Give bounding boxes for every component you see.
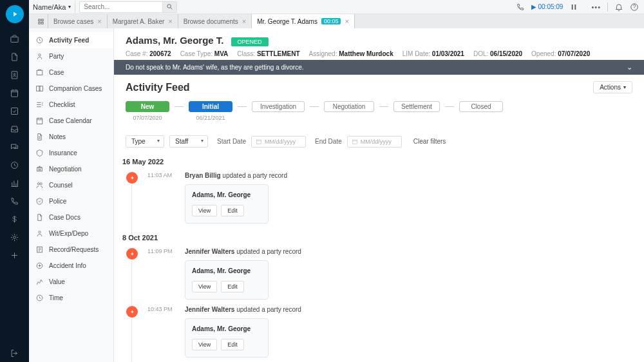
search-input[interactable] bbox=[79, 1, 163, 13]
stage-closed[interactable]: Closed bbox=[459, 101, 503, 112]
clear-filters[interactable]: Clear filters bbox=[413, 138, 446, 145]
feed-card: Adams, Mr. George View Edit bbox=[185, 260, 269, 300]
rail-calendar-icon[interactable] bbox=[0, 84, 29, 102]
svg-rect-18 bbox=[37, 119, 43, 124]
staff-select[interactable]: Staff bbox=[169, 135, 208, 148]
svg-point-7 bbox=[167, 5, 171, 8]
svg-rect-12 bbox=[41, 22, 43, 24]
stage-negotiation[interactable]: Negotiation bbox=[324, 101, 374, 112]
sidebar-item[interactable]: Insurance bbox=[29, 145, 113, 161]
sidebar-item[interactable]: Police bbox=[29, 193, 113, 209]
view-button[interactable]: View bbox=[192, 339, 217, 350]
timer-display: ▶ 00:05:09 bbox=[531, 3, 564, 10]
rail-phone-icon[interactable] bbox=[0, 192, 29, 210]
more-icon[interactable]: ••• bbox=[591, 3, 601, 11]
svg-point-22 bbox=[39, 231, 41, 233]
sidebar-item[interactable]: Case Calendar bbox=[29, 113, 113, 129]
pause-icon[interactable] bbox=[569, 3, 578, 12]
search-button[interactable] bbox=[163, 1, 177, 13]
svg-rect-4 bbox=[12, 108, 18, 114]
sidebar-item[interactable]: Wit/Exp/Depo bbox=[29, 225, 113, 242]
tab[interactable]: Browse documents× bbox=[178, 14, 252, 28]
tab-strip: Browse cases×Margaret A. Baker×Browse do… bbox=[29, 14, 644, 28]
sidebar-item[interactable]: Record/Requests bbox=[29, 242, 113, 258]
sidebar-item[interactable]: Notes bbox=[29, 129, 113, 145]
chevron-down-icon[interactable]: ⌄ bbox=[627, 63, 632, 71]
left-rail bbox=[0, 0, 29, 362]
tab[interactable]: Margaret A. Baker× bbox=[108, 14, 178, 28]
case-header: Adams, Mr. George T. OPENED Case #: 2006… bbox=[114, 28, 644, 60]
date-group: 16 May 2022 bbox=[122, 158, 632, 166]
close-icon[interactable]: × bbox=[97, 17, 101, 25]
rail-briefcase-icon[interactable] bbox=[0, 30, 29, 48]
view-button[interactable]: View bbox=[192, 281, 217, 292]
sidebar-item[interactable]: Party bbox=[29, 48, 113, 64]
rail-chart-icon[interactable] bbox=[0, 174, 29, 192]
tab-grid-icon[interactable] bbox=[34, 14, 48, 28]
phone-icon[interactable] bbox=[516, 3, 525, 12]
avatar: ✦ bbox=[126, 172, 138, 184]
rail-chat-icon[interactable] bbox=[0, 138, 29, 156]
rail-contact-icon[interactable] bbox=[0, 66, 29, 84]
feed-card: Adams, Mr. George View Edit bbox=[185, 318, 269, 357]
topbar: Name/Aka ▾ ▶ 00:05:09 ••• bbox=[29, 0, 644, 14]
edit-button[interactable]: Edit bbox=[221, 281, 244, 292]
close-icon[interactable]: × bbox=[168, 17, 172, 25]
help-icon[interactable] bbox=[630, 3, 639, 12]
view-button[interactable]: View bbox=[192, 205, 217, 216]
edit-button[interactable]: Edit bbox=[221, 205, 244, 216]
rail-inbox-icon[interactable] bbox=[0, 120, 29, 138]
name-filter-dropdown[interactable]: Name/Aka ▾ bbox=[29, 1, 75, 14]
stage-settlement[interactable]: Settlement bbox=[393, 101, 440, 112]
actions-button[interactable]: Actions ▾ bbox=[593, 81, 632, 93]
sidebar-item[interactable]: Case Docs bbox=[29, 209, 113, 225]
rail-logout-icon[interactable] bbox=[0, 344, 29, 362]
svg-rect-15 bbox=[37, 70, 43, 75]
rail-check-icon[interactable] bbox=[0, 102, 29, 120]
svg-rect-3 bbox=[12, 90, 18, 97]
end-date-input[interactable]: MM/dd/yyyy bbox=[347, 136, 402, 148]
avatar: ✦ bbox=[126, 306, 138, 318]
svg-rect-19 bbox=[37, 167, 43, 171]
filter-row: Type Staff Start Date MM/dd/yyyy End Dat… bbox=[126, 135, 632, 148]
sidebar-item[interactable]: Activity Feed bbox=[29, 32, 113, 48]
feed-item: ✦ 11:09 PM Jennifer Walters updated a pa… bbox=[126, 248, 632, 300]
avatar: ✦ bbox=[126, 248, 138, 260]
start-date-input[interactable]: MM/dd/yyyy bbox=[251, 136, 306, 148]
close-icon[interactable]: × bbox=[345, 17, 348, 25]
rail-plus-icon[interactable] bbox=[0, 246, 29, 264]
tab[interactable]: Mr. George T. Adams00:05× bbox=[252, 14, 355, 28]
case-title: Adams, Mr. George T. bbox=[126, 35, 224, 46]
stage-track: New07/07/2020 Initial06/21/2021 Investig… bbox=[126, 101, 632, 121]
stage-initial[interactable]: Initial bbox=[189, 101, 232, 112]
svg-point-2 bbox=[14, 73, 15, 75]
rail-gear-icon[interactable] bbox=[0, 228, 29, 246]
close-icon[interactable]: × bbox=[242, 17, 246, 25]
feed-item: ✦ 11:03 AM Bryan Billig updated a party … bbox=[126, 172, 632, 224]
stage-investigation[interactable]: Investigation bbox=[252, 101, 305, 112]
sidebar-item[interactable]: Negotiation bbox=[29, 161, 113, 177]
type-select[interactable]: Type bbox=[126, 135, 164, 148]
warning-bar[interactable]: Do not speak to Mr. Adams' wife, as they… bbox=[114, 60, 644, 75]
bell-icon[interactable] bbox=[614, 3, 623, 12]
sidebar-item[interactable]: Companion Cases bbox=[29, 81, 113, 97]
app-logo[interactable] bbox=[6, 5, 24, 23]
sidebar-item[interactable]: Accident Info bbox=[29, 258, 113, 274]
sidebar-item[interactable]: Value bbox=[29, 274, 113, 290]
sidebar-item[interactable]: Checklist bbox=[29, 97, 113, 113]
sidebar-item[interactable]: Case bbox=[29, 64, 113, 81]
svg-point-14 bbox=[39, 54, 41, 56]
rail-document-icon[interactable] bbox=[0, 48, 29, 66]
feed-item: ✦ 10:43 PM Jennifer Walters updated a pa… bbox=[126, 306, 632, 357]
svg-rect-26 bbox=[257, 140, 261, 144]
edit-button[interactable]: Edit bbox=[221, 339, 244, 350]
rail-dollar-icon[interactable] bbox=[0, 210, 29, 228]
tab[interactable]: Browse cases× bbox=[48, 14, 108, 28]
sidebar-item[interactable]: Time bbox=[29, 290, 113, 306]
svg-point-21 bbox=[40, 183, 42, 185]
rail-clock-icon[interactable] bbox=[0, 156, 29, 174]
sidebar-item[interactable]: Counsel bbox=[29, 177, 113, 193]
feed-time: 11:09 PM bbox=[147, 248, 176, 300]
stage-new[interactable]: New bbox=[126, 101, 169, 112]
feed-message: Jennifer Walters updated a party record bbox=[185, 248, 632, 255]
